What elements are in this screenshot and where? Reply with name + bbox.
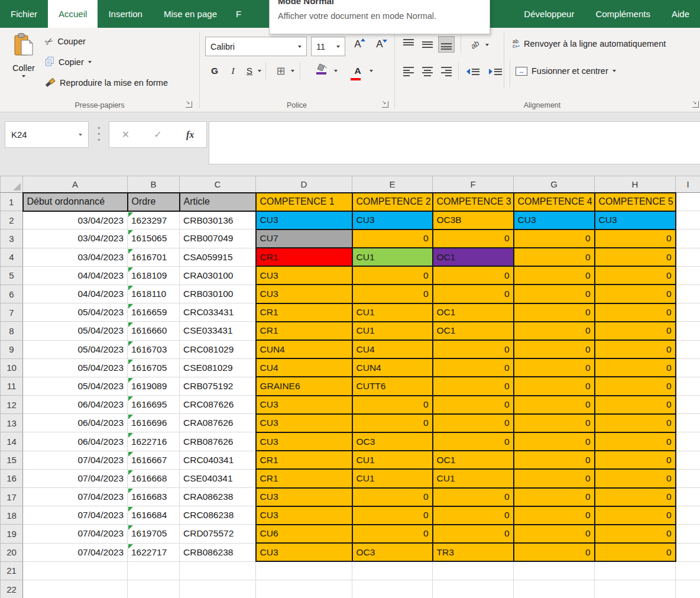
cell-E4[interactable]: CU1: [352, 248, 433, 266]
cell-C19[interactable]: CRD075572: [180, 525, 256, 543]
cell-A18[interactable]: 07/04/2023: [23, 506, 128, 525]
formula-input[interactable]: [209, 121, 700, 164]
cell-I2[interactable]: [676, 211, 700, 229]
cell-I4[interactable]: [676, 248, 700, 266]
cell-B7[interactable]: 1616659: [128, 303, 180, 322]
cell-E3[interactable]: 0: [352, 229, 433, 248]
cell-E19[interactable]: 0: [352, 525, 433, 543]
cell-C22[interactable]: [180, 580, 256, 598]
cell-F17[interactable]: 0: [433, 488, 514, 506]
cell-I1[interactable]: [676, 193, 700, 211]
cell-C20[interactable]: CRB086238: [180, 543, 256, 561]
cell-G13[interactable]: 0: [514, 414, 595, 432]
font-dialog-launcher-icon[interactable]: ↘: [382, 101, 388, 108]
row-header-19[interactable]: 19: [1, 525, 23, 543]
cell-B21[interactable]: [128, 561, 180, 580]
cell-G19[interactable]: 0: [514, 525, 595, 543]
cell-D10[interactable]: CU4: [256, 358, 352, 377]
cell-C13[interactable]: CRA087626: [180, 414, 256, 432]
cell-E18[interactable]: 0: [352, 506, 433, 525]
row-header-9[interactable]: 9: [1, 340, 23, 358]
cell-G3[interactable]: 0: [514, 229, 595, 248]
align-center-button[interactable]: [419, 63, 436, 80]
cell-D1[interactable]: COMPETENCE 1: [256, 193, 352, 211]
cell-H4[interactable]: 0: [595, 248, 676, 266]
cell-C17[interactable]: CRA086238: [180, 488, 256, 506]
col-header-C[interactable]: C: [180, 176, 256, 193]
cell-G11[interactable]: 0: [514, 377, 595, 395]
cell-F3[interactable]: 0: [433, 229, 514, 248]
align-top-button[interactable]: [400, 36, 417, 53]
merge-center-button[interactable]: ↔ Fusionner et centrer: [516, 63, 616, 79]
cell-C21[interactable]: [180, 561, 256, 580]
font-name-combobox[interactable]: Calibri: [205, 37, 307, 56]
cell-H20[interactable]: 0: [595, 543, 676, 561]
cell-D4[interactable]: CR1: [256, 248, 352, 266]
cell-C2[interactable]: CRB030136: [180, 211, 256, 229]
cell-B17[interactable]: 1616683: [128, 488, 180, 506]
cell-G6[interactable]: 0: [514, 285, 595, 303]
cell-H8[interactable]: 0: [595, 322, 676, 340]
cell-C7[interactable]: CRC033431: [180, 303, 256, 322]
cell-G2[interactable]: CU3: [514, 211, 595, 229]
cell-D12[interactable]: CU3: [256, 396, 352, 414]
cell-A14[interactable]: 06/04/2023: [23, 432, 128, 451]
cell-I8[interactable]: [676, 322, 700, 340]
cell-D9[interactable]: CUN4: [256, 340, 352, 358]
cell-G14[interactable]: 0: [514, 432, 595, 451]
cell-C1[interactable]: Article: [180, 193, 256, 211]
cell-F15[interactable]: OC1: [433, 451, 514, 469]
select-all-corner[interactable]: [1, 176, 23, 193]
row-header-13[interactable]: 13: [1, 414, 23, 432]
cell-E8[interactable]: CU1: [352, 322, 433, 340]
name-box-caret[interactable]: [79, 134, 82, 136]
cell-G4[interactable]: 0: [514, 248, 595, 266]
cell-H2[interactable]: CU3: [595, 211, 676, 229]
row-header-10[interactable]: 10: [1, 358, 23, 377]
font-color-button[interactable]: A: [351, 63, 365, 79]
cell-H19[interactable]: 0: [595, 525, 676, 543]
decrease-indent-button[interactable]: [463, 63, 483, 80]
row-header-15[interactable]: 15: [1, 451, 23, 469]
cell-C12[interactable]: CRC087626: [180, 396, 256, 414]
tab-aide[interactable]: Aide: [661, 0, 700, 28]
cell-I6[interactable]: [676, 285, 700, 303]
cell-F1[interactable]: COMPETENCE 3: [433, 193, 514, 211]
cell-G17[interactable]: 0: [514, 488, 595, 506]
row-header-4[interactable]: 4: [1, 248, 23, 266]
cell-G20[interactable]: 0: [514, 543, 595, 561]
align-middle-button[interactable]: [419, 36, 436, 53]
cell-A12[interactable]: 06/04/2023: [23, 396, 128, 414]
cell-I15[interactable]: [676, 451, 700, 469]
cell-H12[interactable]: 0: [595, 396, 676, 414]
col-header-G[interactable]: G: [514, 176, 595, 193]
borders-button[interactable]: ⊞: [274, 63, 288, 79]
cell-A4[interactable]: 03/04/2023: [23, 248, 128, 266]
cell-E11[interactable]: CUTT6: [352, 377, 433, 395]
row-header-21[interactable]: 21: [1, 561, 23, 580]
increase-indent-button[interactable]: [485, 63, 505, 80]
wrap-text-button[interactable]: abc↩ Renvoyer à la ligne automatiquement: [513, 36, 666, 51]
cell-E10[interactable]: CUN4: [352, 358, 433, 377]
cell-F11[interactable]: 0: [433, 377, 514, 395]
paste-button[interactable]: Coller: [5, 33, 43, 106]
cell-C14[interactable]: CRB087626: [180, 432, 256, 451]
cell-A2[interactable]: 03/04/2023: [23, 211, 128, 229]
row-header-16[interactable]: 16: [1, 469, 23, 487]
cell-A21[interactable]: [23, 561, 128, 580]
insert-function-icon[interactable]: fx: [174, 130, 206, 140]
copy-dropdown-caret[interactable]: [88, 61, 92, 63]
cell-H18[interactable]: 0: [595, 506, 676, 525]
cell-B4[interactable]: 1616701: [128, 248, 180, 266]
cancel-icon[interactable]: ✕: [109, 129, 142, 140]
cell-C16[interactable]: CSE040341: [180, 469, 256, 487]
cell-F9[interactable]: 0: [433, 340, 514, 358]
cell-A16[interactable]: 07/04/2023: [23, 469, 128, 487]
cell-G7[interactable]: 0: [514, 303, 595, 322]
row-header-7[interactable]: 7: [1, 303, 23, 322]
cell-I17[interactable]: [676, 488, 700, 506]
row-header-5[interactable]: 5: [1, 266, 23, 285]
cell-B11[interactable]: 1619089: [128, 377, 180, 395]
enter-check-icon[interactable]: ✓: [142, 129, 174, 140]
cell-I10[interactable]: [676, 358, 700, 377]
